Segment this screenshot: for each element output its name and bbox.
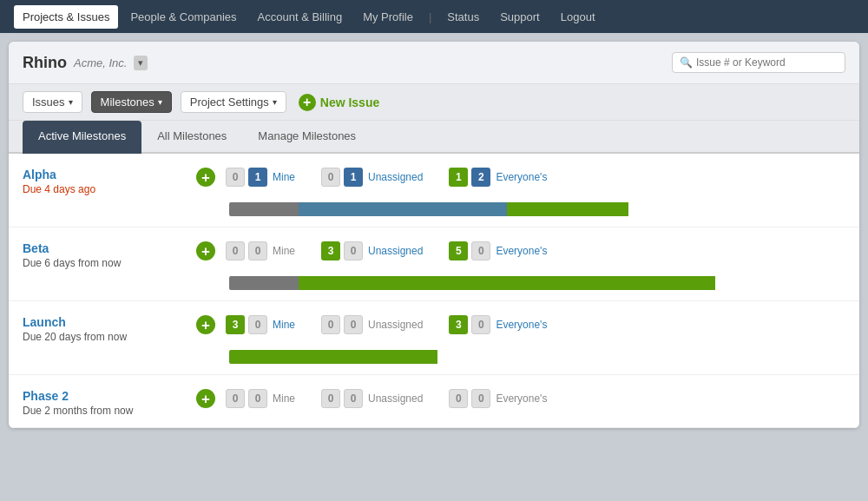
- milestone-due: Due 4 days ago: [23, 183, 196, 195]
- open-badge: 0: [226, 168, 245, 187]
- project-sub: Acme, Inc.: [74, 56, 127, 69]
- milestone-block: LaunchDue 20 days from now+30Mine00Unass…: [9, 301, 859, 375]
- progress-segment: [299, 202, 507, 216]
- stat-group-everyone's: 50Everyone's: [449, 241, 547, 260]
- project-name: Rhino: [23, 54, 67, 72]
- open-badge: 0: [321, 168, 340, 187]
- progress-bar: [229, 276, 845, 290]
- nav-projects-issues[interactable]: Projects & Issues: [14, 5, 118, 29]
- issues-button[interactable]: Issues ▾: [23, 91, 82, 113]
- milestone-block: AlphaDue 4 days ago+01Mine01Unassigned12…: [9, 154, 859, 227]
- milestones-button[interactable]: Milestones ▾: [91, 91, 172, 113]
- add-circle-icon: +: [196, 389, 215, 408]
- stat-label: Everyone's: [496, 392, 547, 405]
- milestone-due: Due 2 months from now: [23, 405, 196, 417]
- milestone-name[interactable]: Beta: [23, 241, 196, 255]
- nav-logout[interactable]: Logout: [552, 5, 604, 29]
- stat-group-mine: 01Mine: [226, 168, 295, 187]
- stat-group-unassigned: 00Unassigned: [321, 315, 423, 334]
- issues-caret: ▾: [69, 97, 73, 107]
- nav-account-billing[interactable]: Account & Billing: [249, 5, 352, 29]
- milestone-due: Due 20 days from now: [23, 331, 196, 343]
- tab-manage-milestones[interactable]: Manage Milestones: [242, 121, 372, 154]
- top-nav: Projects & Issues People & Companies Acc…: [0, 0, 868, 33]
- stat-label: Unassigned: [368, 319, 423, 331]
- closed-badge: 0: [344, 389, 363, 408]
- add-circle-icon: +: [196, 241, 215, 260]
- closed-badge: 0: [248, 315, 267, 334]
- stat-label: Everyone's: [496, 319, 547, 331]
- stat-group-everyone's: 30Everyone's: [449, 315, 547, 334]
- project-dropdown[interactable]: ▾: [134, 56, 148, 70]
- closed-badge: 1: [248, 168, 267, 187]
- header-left: Rhino Acme, Inc. ▾: [23, 54, 148, 72]
- nav-status[interactable]: Status: [438, 5, 488, 29]
- stat-label: Unassigned: [368, 392, 423, 405]
- tab-bar: Active Milestones All Milestones Manage …: [9, 121, 859, 154]
- stat-group-everyone's: 12Everyone's: [449, 168, 547, 187]
- progress-segment: [229, 202, 299, 216]
- tab-all-milestones[interactable]: All Milestones: [141, 121, 242, 154]
- milestone-add-button[interactable]: +: [196, 241, 215, 260]
- milestones-caret: ▾: [158, 97, 162, 107]
- open-badge: 0: [226, 389, 245, 408]
- progress-segment: [507, 202, 628, 216]
- milestone-name[interactable]: Launch: [23, 315, 196, 329]
- open-badge: 0: [226, 241, 245, 260]
- stat-label: Mine: [273, 245, 295, 257]
- closed-badge: 0: [248, 389, 267, 408]
- open-badge: 0: [321, 315, 340, 334]
- stat-group-unassigned: 30Unassigned: [321, 241, 423, 260]
- content: AlphaDue 4 days ago+01Mine01Unassigned12…: [9, 154, 859, 428]
- open-badge: 3: [226, 315, 245, 334]
- stat-group-unassigned: 00Unassigned: [321, 389, 423, 408]
- nav-divider: |: [425, 10, 435, 23]
- project-settings-button[interactable]: Project Settings ▾: [181, 91, 286, 113]
- closed-badge: 1: [344, 168, 363, 187]
- add-circle-icon: +: [196, 168, 215, 187]
- milestone-add-button[interactable]: +: [196, 315, 215, 334]
- progress-bar: [229, 202, 845, 216]
- new-issue-button[interactable]: + New Issue: [299, 94, 379, 111]
- closed-badge: 0: [344, 241, 363, 260]
- search-input[interactable]: [696, 56, 835, 69]
- open-badge: 3: [449, 315, 468, 334]
- closed-badge: 0: [471, 389, 490, 408]
- nav-my-profile[interactable]: My Profile: [354, 5, 422, 29]
- closed-badge: 0: [344, 315, 363, 334]
- stat-group-mine: 00Mine: [226, 241, 295, 260]
- stat-group-unassigned: 01Unassigned: [321, 168, 423, 187]
- add-circle-icon: +: [196, 315, 215, 334]
- new-issue-icon: +: [299, 94, 316, 111]
- stat-label: Mine: [273, 171, 295, 183]
- closed-badge: 0: [471, 241, 490, 260]
- search-icon: 🔍: [680, 56, 693, 69]
- milestone-name[interactable]: Alpha: [23, 168, 196, 181]
- stat-label: Everyone's: [496, 171, 547, 183]
- stat-label: Mine: [273, 392, 295, 405]
- milestone-top-row: LaunchDue 20 days from now+30Mine00Unass…: [23, 315, 845, 343]
- open-badge: 5: [449, 241, 468, 260]
- milestone-block: BetaDue 6 days from now+00Mine30Unassign…: [9, 227, 859, 301]
- milestone-add-button[interactable]: +: [196, 168, 215, 187]
- nav-people-companies[interactable]: People & Companies: [122, 5, 245, 29]
- closed-badge: 2: [471, 168, 490, 187]
- stat-label: Unassigned: [368, 245, 423, 257]
- milestone-add-button[interactable]: +: [196, 389, 215, 408]
- stat-group-everyone's: 00Everyone's: [449, 389, 547, 408]
- progress-segment: [229, 350, 437, 364]
- tab-active-milestones[interactable]: Active Milestones: [23, 121, 141, 154]
- stat-label: Unassigned: [368, 171, 423, 183]
- stat-label: Everyone's: [496, 245, 547, 257]
- milestone-top-row: AlphaDue 4 days ago+01Mine01Unassigned12…: [23, 168, 845, 195]
- open-badge: 1: [449, 168, 468, 187]
- milestone-top-row: BetaDue 6 days from now+00Mine30Unassign…: [23, 241, 845, 269]
- search-box: 🔍: [672, 52, 845, 73]
- nav-support[interactable]: Support: [491, 5, 549, 29]
- stat-group-mine: 00Mine: [226, 389, 295, 408]
- milestone-block: Phase 2Due 2 months from now+00Mine00Una…: [9, 375, 859, 428]
- milestone-name[interactable]: Phase 2: [23, 389, 196, 403]
- closed-badge: 0: [248, 241, 267, 260]
- main-container: Rhino Acme, Inc. ▾ 🔍 Issues ▾ Milestones…: [9, 42, 859, 428]
- open-badge: 0: [449, 389, 468, 408]
